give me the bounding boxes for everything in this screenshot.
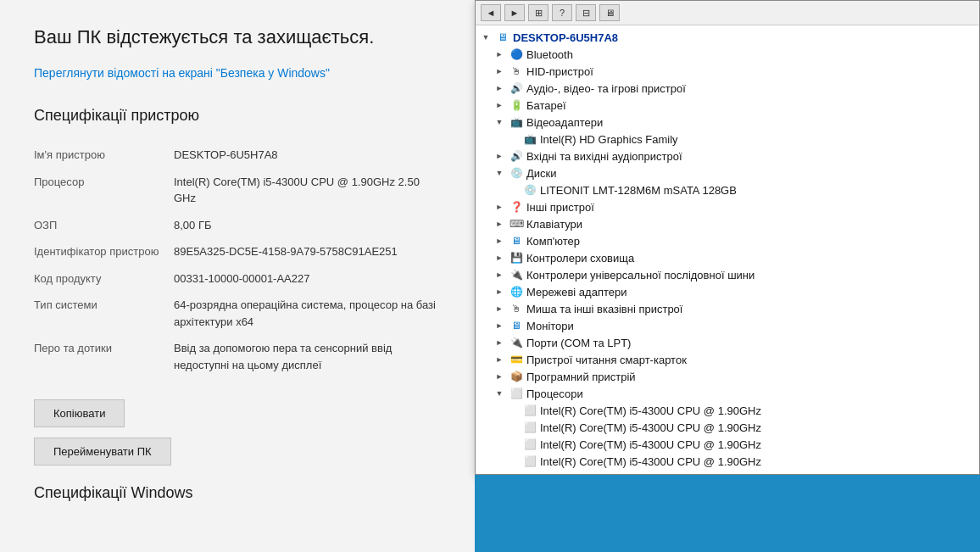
device-manager-panel: ◄ ► ⊞ ? ⊟ 🖥 ▼🖥DESKTOP-6U5H7A8►🔵Bluetooth… [475,0,980,475]
tree-item[interactable]: 💿LITEONIT LMT-128M6M mSATA 128GB [476,181,979,198]
windows-spec-title: Специфікації Windows [34,484,441,502]
expand-icon [506,404,520,417]
expand-icon: ▼ [479,31,493,44]
tree-item[interactable]: ▼🖥DESKTOP-6U5H7A8 [476,29,979,46]
tree-item[interactable]: ►🔊Вхідні та вихідні аудіопристрої [476,148,979,164]
security-link[interactable]: Переглянути відомості на екрані "Безпека… [34,65,441,82]
tree-item[interactable]: ►🖥Комп'ютер [476,232,979,249]
tree-item-label: Інші пристрої [526,201,594,214]
tree-item-label: Відеоадаптери [526,116,603,129]
spec-value: Intel(R) Core(TM) i5-4300U CPU @ 1.90GHz… [174,169,441,212]
tree-item[interactable]: ►🖱Миша та інші вказівні пристрої [476,300,979,317]
settings-panel: Ваш ПК відстежується та захищається. Пер… [0,0,475,552]
tree-item[interactable]: ►💾Контролери сховища [476,249,979,266]
tree-item-label: Контролери універсальної послідовної шин… [526,269,754,282]
disk-icon: 💿 [509,167,524,179]
software-icon: 📦 [509,371,524,382]
spec-label: Процесор [34,169,174,212]
copy-button[interactable]: Копіювати [34,399,125,427]
rename-pc-button[interactable]: Перейменувати ПК [34,438,171,466]
spec-value: 8,00 ГБ [174,212,441,239]
tree-item-label: Контролери сховища [526,252,634,265]
tree-item[interactable]: ►❓Інші пристрої [476,198,979,215]
tree-item[interactable]: ►⌨Клавіатури [476,215,979,232]
spec-value: 89E5A325-DC5E-4158-9A79-5758C91AE251 [174,238,441,265]
expand-icon [506,454,520,468]
expand-icon: ► [493,370,506,383]
disk-icon: 💿 [522,184,537,196]
battery-icon: 🔋 [509,99,524,111]
spec-label: Код продукту [34,265,174,293]
storage-icon: 💾 [509,252,524,264]
bottom-blue-bar [475,475,980,552]
expand-icon: ► [493,200,506,214]
audio-icon: 🔊 [509,82,524,94]
tree-item-label: Мережеві адаптери [526,286,626,298]
tree-item[interactable]: ►🌐Мережеві адаптери [476,283,979,300]
tree-item[interactable]: ►🔌Порти (COM та LPT) [476,334,979,351]
tree-item-label: Монітори [526,320,574,332]
tree-item[interactable]: ►📦Програмний пристрій [476,368,979,385]
smartcard-icon: 💳 [509,354,524,365]
tree-item-label: Bluetooth [526,48,573,61]
back-button[interactable]: ◄ [481,4,501,21]
tree-item[interactable]: ►🔋Батареї [476,97,979,114]
spec-row: Ім'я пристроюDESKTOP-6U5H7A8 [34,142,441,169]
processor-icon: ⬜ [522,404,537,416]
device-specs-title: Специфікації пристрою [34,107,441,125]
expand-icon: ► [493,47,506,61]
spec-label: Ідентифікатор пристрою [34,238,174,265]
spec-value: Ввід за допомогою пера та сенсорний ввід… [174,335,441,378]
expand-icon: ▼ [493,166,506,180]
expand-icon [506,438,520,451]
tree-item[interactable]: ►💳Пристрої читання смарт-карток [476,351,979,368]
spec-value: 00331-10000-00001-AA227 [174,265,441,293]
expand-icon [506,183,520,197]
processor-icon: ⬜ [522,438,537,450]
tree-item-label: Intel(R) Core(TM) i5-4300U CPU @ 1.90GHz [540,455,761,468]
device-manager-toolbar: ◄ ► ⊞ ? ⊟ 🖥 [476,1,979,25]
tree-item-label: Диски [526,167,557,180]
processor-icon: ⬜ [522,455,537,467]
tree-item[interactable]: ►🔌Контролери універсальної послідовної ш… [476,266,979,283]
expand-icon: ► [493,302,506,315]
port-icon: 🔌 [509,337,524,348]
tree-item-label: DESKTOP-6U5H7A8 [513,31,618,44]
tree-item[interactable]: ⬜Intel(R) Core(TM) i5-4300U CPU @ 1.90GH… [476,453,979,470]
expand-icon: ► [493,64,506,78]
rename-button-wrapper: Перейменувати ПК [34,438,441,476]
spec-row: Код продукту00331-10000-00001-AA227 [34,265,441,293]
tree-item[interactable]: ►🖱HID-пристрої [476,63,979,80]
grid-button[interactable]: ⊞ [528,4,548,21]
tree-item[interactable]: ⬜Intel(R) Core(TM) i5-4300U CPU @ 1.90GH… [476,436,979,453]
tree-item-label: Intel(R) Core(TM) i5-4300U CPU @ 1.90GHz [540,421,761,434]
tree-item-label: LITEONIT LMT-128M6M mSATA 128GB [540,184,737,197]
tree-item[interactable]: ►🔊Аудіо-, відео- та ігрові пристрої [476,80,979,97]
tree-item-label: Intel(R) HD Graphics Family [540,133,678,146]
tree-item[interactable]: ▼📺Відеоадаптери [476,114,979,131]
expand-icon: ► [493,81,506,95]
tree-item[interactable]: ►🔵Bluetooth [476,46,979,63]
tree-item[interactable]: ⬜Intel(R) Core(TM) i5-4300U CPU @ 1.90GH… [476,419,979,436]
tree-item[interactable]: ▼⬜Процесори [476,385,979,402]
tree-item[interactable]: ▼💿Диски [476,164,979,181]
spec-value: DESKTOP-6U5H7A8 [174,142,441,169]
forward-button[interactable]: ► [504,4,525,21]
processor-icon: ⬜ [522,421,537,433]
spec-row: Перо та дотикиВвід за допомогою пера та … [34,335,441,378]
help-button[interactable]: ? [552,4,572,21]
minus-button[interactable]: ⊟ [576,4,596,21]
expand-icon: ▼ [493,115,506,129]
monitor-icon: 🖥 [509,320,524,332]
tree-item-label: HID-пристрої [526,65,593,78]
tree-item[interactable]: ►🖥Монітори [476,317,979,334]
tree-item[interactable]: ⬜Intel(R) Core(TM) i5-4300U CPU @ 1.90GH… [476,402,979,419]
expand-icon: ► [493,217,506,231]
audio-icon: 🔊 [509,150,524,162]
bluetooth-icon: 🔵 [509,48,524,60]
tree-item-label: Клавіатури [526,218,582,231]
tree-item[interactable]: 📺Intel(R) HD Graphics Family [476,131,979,148]
monitor-button[interactable]: 🖥 [599,4,620,21]
spec-value: 64-розрядна операційна система, процесор… [174,292,441,335]
device-tree[interactable]: ▼🖥DESKTOP-6U5H7A8►🔵Bluetooth►🖱HID-пристр… [476,25,979,474]
